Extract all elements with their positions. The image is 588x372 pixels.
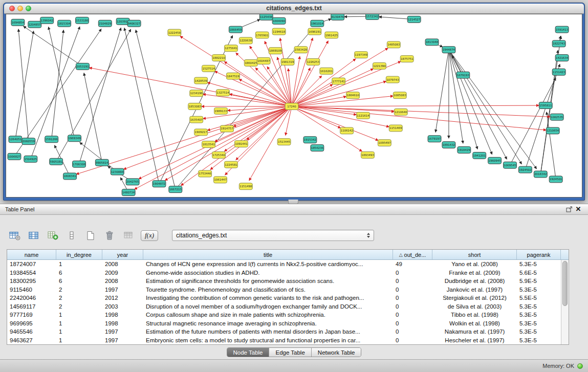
graph-node[interactable]: 9905814	[95, 159, 108, 166]
graph-node[interactable]: 1924502	[518, 166, 532, 173]
graph-node[interactable]: 1210654	[546, 127, 559, 134]
graph-node[interactable]: 1866459	[229, 26, 242, 33]
graph-canvas[interactable]: 1694854120485513960421815304153318621048…	[6, 14, 582, 197]
graph-node[interactable]: 1583428	[294, 47, 308, 53]
graph-node[interactable]: 1915342	[303, 137, 317, 143]
graph-node[interactable]: 2104829	[98, 20, 112, 27]
graph-node[interactable]: 1875751	[400, 56, 413, 62]
minimize-window-button[interactable]	[17, 6, 23, 11]
window-titlebar[interactable]: citations_edges.txt	[4, 4, 584, 14]
graph-node[interactable]: 1221390	[373, 62, 386, 69]
column-header-year[interactable]: year	[102, 250, 143, 259]
graph-node[interactable]: 1151423	[552, 69, 565, 75]
graph-node[interactable]: 1664090	[272, 17, 286, 24]
table-row[interactable]: 969969511998Structural magnetic resonanc…	[7, 319, 561, 328]
graph-node[interactable]: 1961014	[311, 20, 324, 27]
graph-node[interactable]: 1679193	[456, 72, 470, 78]
column-header-pagerank[interactable]: pagerank	[517, 250, 561, 259]
close-window-button[interactable]	[9, 6, 15, 11]
graph-node[interactable]: 1595811	[539, 102, 552, 109]
graph-node[interactable]: 1572342	[366, 14, 379, 19]
graph-node[interactable]: 1069545	[504, 162, 517, 168]
graph-node[interactable]: 1151469	[389, 125, 402, 132]
graph-node[interactable]: 1694854	[11, 19, 25, 26]
graph-node[interactable]: 1961425	[325, 32, 338, 38]
graph-node[interactable]: 1527514	[202, 65, 215, 72]
table-selector-dropdown[interactable]: citations_edges.txt	[172, 230, 374, 241]
graph-node[interactable]: 1220638	[239, 37, 252, 44]
graph-node[interactable]: 1091441	[234, 141, 248, 147]
graph-node[interactable]: 1822743	[552, 40, 565, 47]
graph-node[interactable]: 1941201	[473, 152, 486, 159]
table-row[interactable]: 2242004622012Investigating the contribut…	[7, 294, 561, 302]
graph-node[interactable]: 1753446	[199, 170, 212, 177]
graph-node[interactable]: 1667215	[169, 186, 182, 193]
graph-node[interactable]: 1813541	[202, 141, 215, 148]
column-header-in_degree[interactable]: in_degree	[56, 250, 102, 259]
graph-node[interactable]: 1924501	[549, 176, 562, 183]
window-resize-handle[interactable]	[288, 200, 298, 204]
graph-node[interactable]: 17240	[285, 103, 298, 110]
graph-node[interactable]: 1808341	[63, 173, 77, 180]
graph-node[interactable]: 1860425	[244, 60, 257, 67]
row-options-icon[interactable]	[65, 229, 78, 242]
graph-node[interactable]: 1396042	[40, 17, 54, 24]
graph-node[interactable]: 1224581	[224, 161, 237, 168]
network-canvas[interactable]: 1694854120485513960421815304153318621048…	[6, 14, 582, 198]
graph-node[interactable]: 1204855	[28, 21, 41, 28]
table-scrollbar[interactable]	[561, 260, 569, 344]
graph-node[interactable]: 1327514	[216, 90, 230, 96]
graph-node[interactable]: 1513445	[277, 139, 291, 145]
create-column-icon[interactable]	[46, 229, 59, 242]
graph-node[interactable]: 1421634	[555, 55, 569, 61]
graph-node[interactable]: 1853083	[188, 103, 202, 110]
graph-node[interactable]: 1989133	[214, 107, 228, 114]
table-mode-icon[interactable]	[8, 229, 21, 242]
column-header-name[interactable]: name	[7, 250, 56, 259]
graph-node[interactable]: 1815304	[58, 20, 71, 27]
graph-node[interactable]: 1854236	[311, 145, 324, 151]
graph-node[interactable]: 1485083	[387, 41, 400, 48]
graph-node[interactable]: 1904872	[153, 181, 166, 187]
graph-node[interactable]: 1226253	[307, 59, 320, 65]
tab-edge-table[interactable]: Edge Table	[269, 348, 311, 357]
zoom-window-button[interactable]	[26, 6, 31, 11]
show-columns-icon[interactable]	[27, 229, 40, 242]
graph-node[interactable]: 1847519	[226, 73, 239, 79]
import-table-icon[interactable]	[122, 229, 135, 242]
graph-node[interactable]: 1194618	[272, 28, 286, 35]
column-header-out_de[interactable]: △out_de...	[393, 250, 432, 259]
graph-node[interactable]: 1909217	[194, 129, 208, 136]
graph-node[interactable]: 1591413	[555, 26, 569, 33]
graph-node[interactable]: 9406327	[127, 20, 141, 27]
column-header-short[interactable]: short	[432, 250, 517, 259]
graph-node[interactable]: 2060559	[22, 138, 35, 145]
graph-node[interactable]: 1960945	[488, 157, 502, 164]
graph-node[interactable]: 1275641	[224, 45, 237, 52]
graph-node[interactable]: 1944874	[442, 47, 455, 53]
graph-node[interactable]: 1914757	[221, 125, 234, 132]
graph-node[interactable]: 1214527	[407, 16, 421, 23]
graph-node[interactable]: 1725340	[212, 151, 226, 158]
graph-node[interactable]: 1635407	[190, 116, 203, 123]
graph-node[interactable]: 1891432	[442, 142, 455, 148]
table-row[interactable]: 1456911722003Disruption of a novel membe…	[7, 302, 561, 311]
table-row[interactable]: 946362711997Embryonic stem cells: a mode…	[7, 336, 561, 345]
float-panel-icon[interactable]	[564, 205, 574, 213]
graph-node[interactable]: 1082535	[550, 114, 563, 120]
table-row[interactable]: 1830029562008Estimation of significance …	[7, 277, 561, 286]
graph-node[interactable]: 1918429	[458, 147, 471, 154]
graph-node[interactable]: 1533186	[76, 17, 89, 24]
graph-node[interactable]: 1706308	[73, 161, 86, 167]
tab-node-table[interactable]: Node Table	[227, 348, 269, 357]
graph-node[interactable]: 1869109	[269, 48, 282, 54]
graph-node[interactable]: 1230884	[111, 168, 124, 175]
table-row[interactable]: 1872400712008Changes of HCN gene express…	[7, 260, 561, 269]
graph-node[interactable]: 1969349	[68, 135, 81, 142]
graph-node[interactable]: 1234196	[190, 90, 203, 97]
close-panel-icon[interactable]: ✕	[574, 205, 583, 213]
graph-node[interactable]: 1061447	[214, 177, 227, 183]
function-builder-button[interactable]: f(x)	[141, 230, 158, 241]
graph-node[interactable]: 1504925	[24, 156, 37, 162]
table-row[interactable]: 977716911998Corpus callosum shape and si…	[7, 311, 561, 319]
